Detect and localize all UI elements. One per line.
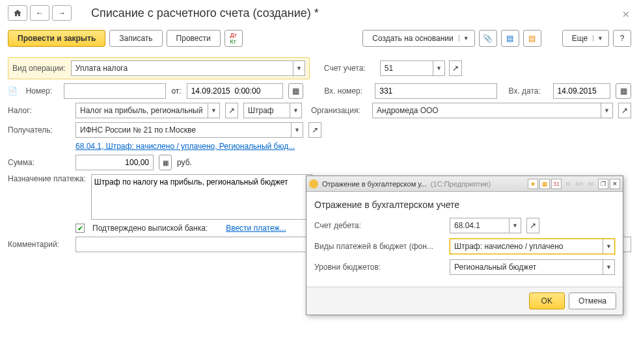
more-button[interactable]: Еще ▼: [562, 30, 609, 47]
account-dropdown[interactable]: ▼: [433, 61, 444, 75]
purpose-label: Назначение платежа:: [8, 174, 86, 183]
calendar-icon: ▦: [292, 86, 299, 96]
report-icon: ▤: [528, 34, 536, 43]
arrow-left-icon: ←: [36, 8, 44, 18]
ok-button[interactable]: OK: [529, 292, 565, 309]
account-open[interactable]: ↗: [449, 60, 462, 76]
save-button[interactable]: Записать: [109, 30, 162, 47]
calendar-button-2[interactable]: ▦: [616, 83, 631, 99]
paykind-dropdown[interactable]: ▼: [603, 239, 614, 254]
arrow-right-icon: →: [58, 8, 66, 18]
recipient-dropdown[interactable]: ▼: [291, 123, 303, 137]
forward-button[interactable]: →: [52, 5, 72, 21]
calc-icon: ▦: [163, 159, 169, 166]
dtkt-icon: ДтКт: [230, 32, 237, 45]
org-label: Организация:: [311, 106, 367, 115]
extdate-input[interactable]: [556, 86, 608, 96]
optype-dropdown[interactable]: ▼: [293, 61, 305, 75]
dialog-heading: Отражение в бухгалтерском учете: [314, 200, 615, 210]
purpose-textarea[interactable]: [91, 174, 312, 220]
dialog-restore[interactable]: ❐: [598, 179, 608, 189]
create-based-button[interactable]: Создать на основании ▼: [362, 30, 474, 47]
extdate-label: Вх. дата:: [509, 86, 548, 96]
new-doc-icon: 📄: [8, 86, 21, 96]
dialog-m3: M-: [586, 179, 597, 189]
dialog-fav-icon[interactable]: ★: [528, 179, 538, 189]
currency-label: руб.: [177, 158, 192, 167]
confirmed-label: Подтверждено выпиской банка:: [92, 224, 208, 233]
account-label: Счет учета:: [324, 64, 376, 73]
number-label: Номер:: [26, 86, 59, 96]
budget-value: Региональный бюджет: [450, 260, 540, 274]
enter-payment-link[interactable]: Ввести платеж...: [226, 224, 286, 233]
chevron-down-icon[interactable]: ▼: [593, 35, 607, 42]
from-label: от:: [171, 86, 181, 96]
accounting-dialog: Отражение в бухгалтерском у... (1С:Предп…: [306, 176, 623, 315]
cancel-button[interactable]: Отмена: [569, 292, 616, 309]
recipient-value: ИФНС России № 21 по г.Москве: [76, 123, 200, 137]
back-button[interactable]: ←: [30, 5, 49, 21]
report-button[interactable]: ▤: [523, 30, 541, 47]
dialog-close[interactable]: ✕: [610, 179, 620, 189]
paykind-value: Штраф: начислено / уплачено: [450, 239, 567, 254]
tax-label: Налог:: [8, 106, 70, 115]
post-button[interactable]: Провести: [167, 30, 221, 47]
extnum-input[interactable]: [378, 86, 493, 96]
calc-button[interactable]: ▦: [159, 155, 172, 170]
extnum-label: Вх. номер:: [324, 86, 370, 96]
accounting-link[interactable]: 68.04.1, Штраф: начислено / уплачено, Ре…: [75, 142, 295, 151]
help-button[interactable]: ?: [613, 30, 631, 47]
debit-open[interactable]: ↗: [526, 218, 539, 233]
home-icon: [13, 9, 22, 17]
dialog-cal-icon[interactable]: 31: [551, 179, 562, 189]
page-title: Списание с расчетного счета (создание) *: [91, 6, 319, 20]
org-dropdown[interactable]: ▼: [601, 103, 612, 118]
chevron-down-icon[interactable]: ▼: [459, 35, 473, 42]
dialog-m2: M+: [575, 179, 585, 189]
tax-dropdown[interactable]: ▼: [208, 103, 219, 118]
optype-value: Уплата налога: [72, 61, 131, 75]
sum-input[interactable]: [79, 157, 150, 168]
optype-label: Вид операции:: [12, 64, 66, 73]
debit-dropdown[interactable]: ▼: [509, 218, 521, 233]
attach-icon: 📎: [483, 34, 493, 43]
taxkind-value: Штраф: [244, 103, 278, 118]
print-button[interactable]: ▤: [501, 30, 519, 47]
budget-dropdown[interactable]: ▼: [603, 260, 614, 274]
tax-value: Налог на прибыль, региональный: [76, 103, 206, 118]
attach-button[interactable]: 📎: [479, 30, 497, 47]
recipient-open[interactable]: ↗: [308, 122, 321, 138]
budget-label: Уровни бюджетов:: [314, 263, 444, 272]
close-icon[interactable]: ✕: [622, 9, 630, 20]
date-input[interactable]: [190, 86, 280, 96]
recipient-label: Получатель:: [8, 125, 70, 135]
help-icon: ?: [620, 34, 625, 43]
org-value: Андромеда ООО: [373, 103, 442, 118]
dialog-calc-icon[interactable]: ▦: [539, 179, 550, 189]
number-input[interactable]: [67, 86, 163, 96]
calendar-icon: ▦: [620, 86, 627, 96]
comment-label: Комментарий:: [8, 240, 70, 249]
dialog-win-title: Отражение в бухгалтерском у...: [322, 180, 427, 188]
tax-open[interactable]: ↗: [225, 103, 238, 118]
dialog-m1: M: [563, 179, 573, 189]
sum-label: Сумма:: [8, 158, 70, 167]
dialog-app-name: (1С:Предприятие): [431, 180, 491, 188]
account-value: 51: [381, 61, 397, 75]
confirmed-checkbox[interactable]: ✔: [75, 224, 85, 233]
paykind-label: Виды платежей в бюджет (фон...: [314, 242, 444, 251]
calendar-button[interactable]: ▦: [288, 83, 304, 99]
org-open[interactable]: ↗: [618, 103, 631, 118]
dtkt-button[interactable]: ДтКт: [224, 30, 243, 47]
taxkind-dropdown[interactable]: ▼: [290, 103, 301, 118]
home-button[interactable]: [8, 5, 27, 21]
debit-label: Счет дебета:: [314, 221, 444, 230]
post-and-close-button[interactable]: Провести и закрыть: [8, 30, 105, 47]
app-icon: [309, 179, 318, 188]
print-icon: ▤: [506, 34, 513, 43]
debit-value: 68.04.1: [450, 218, 484, 233]
